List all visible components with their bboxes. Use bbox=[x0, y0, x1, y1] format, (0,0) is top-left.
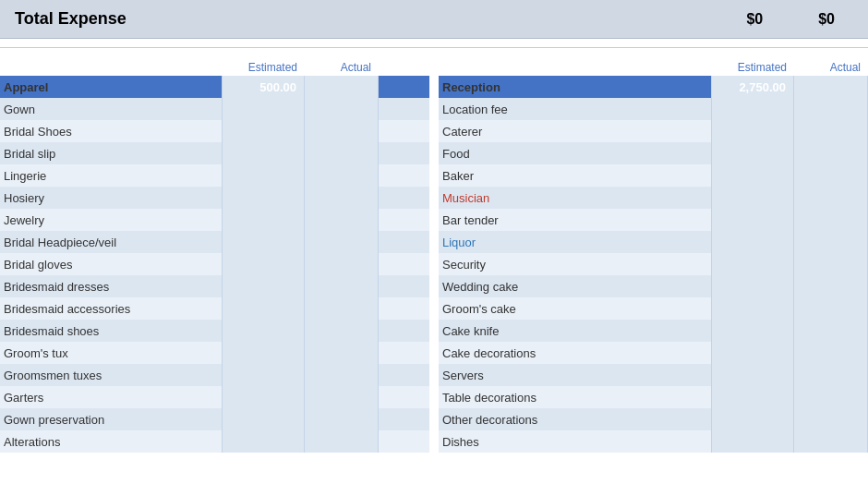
apparel-item-estimated bbox=[222, 164, 305, 187]
reception-item-actual bbox=[794, 120, 868, 142]
apparel-item-estimated bbox=[222, 386, 305, 408]
apparel-item-actual bbox=[305, 187, 379, 209]
apparel-item-actual bbox=[305, 342, 379, 364]
reception-item-label: Liquor bbox=[439, 236, 651, 249]
apparel-item-estimated bbox=[222, 253, 305, 275]
apparel-item-actual bbox=[305, 408, 379, 430]
apparel-item-actual bbox=[305, 164, 379, 187]
reception-item-label: Food bbox=[439, 147, 651, 161]
apparel-item-actual bbox=[305, 120, 379, 142]
apparel-item-actual bbox=[305, 142, 379, 164]
reception-item-actual bbox=[794, 209, 868, 231]
apparel-item-label: Jewelry bbox=[0, 213, 222, 227]
apparel-item-row: Groom's tux bbox=[0, 342, 429, 364]
apparel-item-estimated bbox=[222, 98, 305, 120]
header-estimated: $0 bbox=[746, 11, 763, 28]
reception-item-row: Musician bbox=[439, 187, 868, 209]
reception-item-label: Dishes bbox=[439, 435, 651, 449]
reception-item-estimated bbox=[711, 364, 794, 386]
reception-item-label: Groom's cake bbox=[439, 302, 651, 316]
reception-item-actual bbox=[794, 98, 868, 120]
apparel-item-label: Bridal gloves bbox=[0, 258, 222, 272]
apparel-item-actual bbox=[305, 275, 379, 297]
reception-item-label: Wedding cake bbox=[439, 280, 651, 294]
apparel-label: Apparel bbox=[0, 80, 222, 94]
reception-item-label: Table decorations bbox=[439, 391, 651, 405]
reception-item-actual bbox=[794, 430, 868, 453]
apparel-item-estimated bbox=[222, 275, 305, 297]
apparel-item-row: Bridesmaid accessories bbox=[0, 297, 429, 320]
apparel-category-row: Apparel 500.00 bbox=[0, 76, 429, 98]
reception-item-actual bbox=[794, 342, 868, 364]
reception-item-actual bbox=[794, 275, 868, 297]
reception-item-estimated bbox=[711, 142, 794, 164]
apparel-actual-header: Actual bbox=[305, 61, 379, 74]
reception-item-row: Food bbox=[439, 142, 868, 164]
reception-item-estimated bbox=[711, 430, 794, 453]
reception-item-estimated bbox=[711, 187, 794, 209]
reception-item-row: Bar tender bbox=[439, 209, 868, 231]
apparel-item-row: Gown preservation bbox=[0, 408, 429, 430]
apparel-item-actual bbox=[305, 231, 379, 253]
apparel-item-label: Hosiery bbox=[0, 191, 222, 205]
apparel-item-label: Garters bbox=[0, 391, 222, 405]
reception-item-estimated bbox=[711, 408, 794, 430]
apparel-item-row: Garters bbox=[0, 386, 429, 408]
reception-item-estimated bbox=[711, 164, 794, 187]
apparel-item-row: Lingerie bbox=[0, 164, 429, 187]
reception-item-label: Baker bbox=[439, 169, 651, 183]
apparel-item-row: Bridal Headpiece/veil bbox=[0, 231, 429, 253]
reception-item-actual bbox=[794, 297, 868, 320]
apparel-item-estimated bbox=[222, 430, 305, 453]
reception-item-actual bbox=[794, 164, 868, 187]
reception-item-estimated bbox=[711, 320, 794, 342]
apparel-item-estimated bbox=[222, 408, 305, 430]
reception-item-row: Liquor bbox=[439, 231, 868, 253]
reception-item-estimated bbox=[711, 297, 794, 320]
apparel-estimated-value: 500.00 bbox=[222, 76, 305, 98]
apparel-item-row: Jewelry bbox=[0, 209, 429, 231]
reception-item-estimated bbox=[711, 253, 794, 275]
apparel-item-actual bbox=[305, 253, 379, 275]
reception-item-label: Other decorations bbox=[439, 413, 651, 427]
reception-item-row: Cake decorations bbox=[439, 342, 868, 364]
reception-item-row: Wedding cake bbox=[439, 275, 868, 297]
apparel-item-actual bbox=[305, 320, 379, 342]
reception-item-label: Security bbox=[439, 258, 651, 272]
apparel-panel: Estimated Actual Apparel 500.00 GownBrid… bbox=[0, 48, 429, 496]
reception-estimated-value: 2,750.00 bbox=[711, 76, 794, 98]
apparel-item-estimated bbox=[222, 364, 305, 386]
reception-col-headers: Estimated Actual bbox=[439, 48, 868, 76]
reception-item-label: Musician bbox=[439, 191, 651, 205]
apparel-item-label: Alterations bbox=[0, 435, 222, 449]
reception-item-row: Cake knife bbox=[439, 320, 868, 342]
reception-item-actual bbox=[794, 231, 868, 253]
apparel-item-row: Groomsmen tuxes bbox=[0, 364, 429, 386]
apparel-item-estimated bbox=[222, 209, 305, 231]
apparel-item-estimated bbox=[222, 297, 305, 320]
header-actual: $0 bbox=[818, 11, 835, 28]
reception-item-actual bbox=[794, 386, 868, 408]
apparel-item-label: Bridal Shoes bbox=[0, 125, 222, 139]
apparel-item-actual bbox=[305, 364, 379, 386]
reception-item-row: Baker bbox=[439, 164, 868, 187]
apparel-item-estimated bbox=[222, 142, 305, 164]
apparel-item-row: Bridal Shoes bbox=[0, 120, 429, 142]
apparel-item-label: Gown preservation bbox=[0, 413, 222, 427]
apparel-item-row: Bridal gloves bbox=[0, 253, 429, 275]
apparel-item-actual bbox=[305, 297, 379, 320]
reception-item-row: Caterer bbox=[439, 120, 868, 142]
apparel-col-headers: Estimated Actual bbox=[0, 48, 429, 76]
apparel-item-row: Bridal slip bbox=[0, 142, 429, 164]
apparel-item-label: Bridesmaid dresses bbox=[0, 280, 222, 294]
apparel-item-row: Alterations bbox=[0, 430, 429, 453]
reception-items-list: Location feeCatererFoodBakerMusicianBar … bbox=[439, 98, 868, 453]
apparel-items-list: GownBridal ShoesBridal slipLingerieHosie… bbox=[0, 98, 429, 453]
reception-item-label: Cake knife bbox=[439, 324, 651, 338]
reception-item-label: Servers bbox=[439, 369, 651, 382]
reception-item-row: Dishes bbox=[439, 430, 868, 453]
header: Total Expense $0 $0 bbox=[0, 0, 868, 39]
reception-item-label: Location fee bbox=[439, 103, 651, 116]
apparel-item-label: Bridal Headpiece/veil bbox=[0, 236, 222, 249]
reception-item-label: Bar tender bbox=[439, 213, 651, 227]
